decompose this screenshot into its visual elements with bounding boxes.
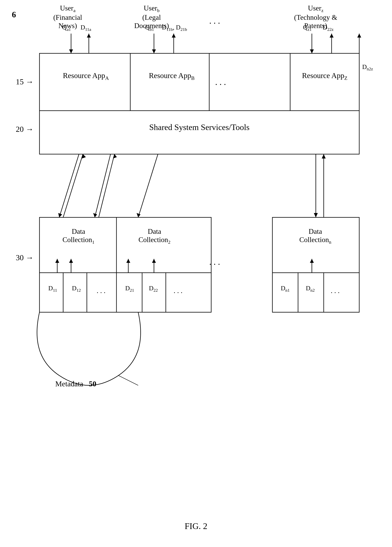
d21-label: D21 [121,285,139,293]
svg-line-34 [95,154,111,217]
d12-label: D12 [67,285,85,293]
ref-15: 15 → [16,77,33,86]
svg-marker-29 [357,34,361,38]
svg-marker-23 [172,34,176,38]
resource-app-z: Resource AppZ [294,71,355,81]
metadata-ref: 50 [89,380,96,388]
dn2-label: Dn2 [300,285,320,293]
svg-marker-41 [314,213,318,217]
svg-marker-25 [310,49,314,53]
d-11a-label: D11a [80,24,91,32]
svg-marker-35 [93,213,97,217]
d-11b-21b-label: D11b, D21b [162,24,187,32]
dn-ellipsis: . . . [325,287,345,295]
ellipsis-apps: . . . [215,77,226,87]
svg-marker-37 [113,154,117,158]
svg-line-54 [119,376,138,385]
svg-marker-17 [69,49,73,53]
svg-line-36 [99,154,114,217]
ref-20: 20 → [16,124,33,134]
svg-marker-27 [330,34,334,38]
resource-app-a: Resource AppA [43,71,128,81]
svg-rect-0 [40,53,359,154]
svg-marker-19 [87,34,91,38]
d11-label: D11 [44,285,62,293]
q-z1-label: Qz1 [303,24,312,32]
q-a1-label: Qa1 [62,24,71,32]
svg-marker-53 [310,259,314,263]
diagram-svg [0,0,392,547]
d2-ellipsis: . . . [168,287,188,295]
svg-marker-47 [69,259,73,263]
metadata-label: Metadata 50 [55,379,96,388]
resource-app-b: Resource AppB [134,71,209,81]
dn1-label: Dn1 [275,285,295,293]
svg-line-38 [138,154,158,217]
d-n2z-label: Dn2z [362,63,373,72]
d1-ellipsis: . . . [91,287,111,295]
svg-marker-43 [322,154,326,158]
ref-30: 30 → [16,253,33,262]
d-22z-label: D22z [323,24,334,32]
shared-services-label: Shared System Services/Tools [40,123,359,132]
figure-ref-6: 6 [12,10,16,19]
d22-label: D22 [145,285,162,293]
svg-marker-51 [152,259,156,263]
fig-label: FIG. 2 [0,521,392,531]
data-collection-1-label: DataCollection1 [42,227,114,245]
q-b1-label: Qb1 [145,24,154,32]
svg-marker-21 [152,49,156,53]
svg-marker-39 [137,213,140,217]
ellipsis-dc: . . . [209,257,220,267]
svg-marker-45 [55,259,59,263]
diagram-container: 6 Usera (FinancialNews) Userb (LegalDocu… [0,0,392,547]
svg-line-32 [63,154,83,217]
data-collection-n-label: DataCollectionn [274,227,356,245]
svg-marker-49 [126,259,130,263]
data-collection-2-label: DataCollection2 [119,227,191,245]
svg-line-30 [59,154,79,217]
ellipsis-users: . . . [209,16,220,26]
